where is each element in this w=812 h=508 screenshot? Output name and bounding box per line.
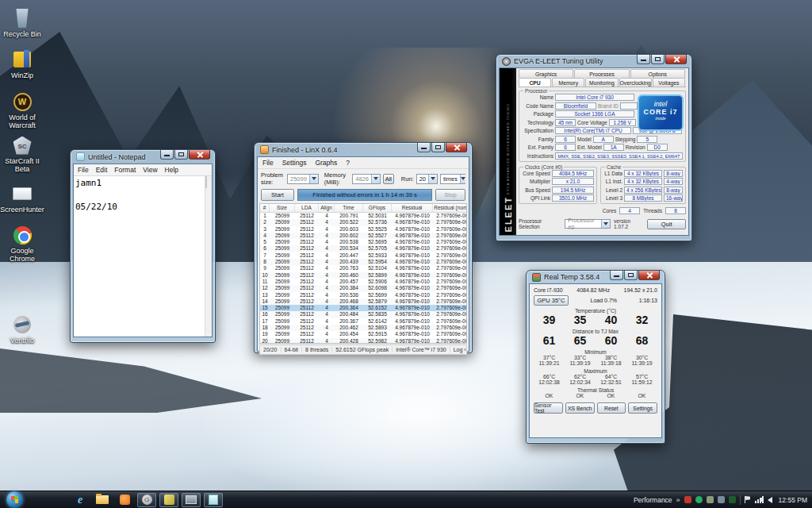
memory-select[interactable]: 4826	[352, 174, 381, 184]
tab-overclocking[interactable]: Overclocking	[619, 78, 652, 87]
col-header[interactable]: Residual	[392, 204, 433, 212]
tab-monitoring[interactable]: Monitoring	[585, 78, 618, 87]
linx-table-row[interactable]: 1725099251124200.36752.61424.967879e-010…	[260, 318, 466, 325]
taskbar-media-player[interactable]	[115, 493, 134, 507]
col-header[interactable]: GFlops	[363, 204, 392, 212]
linx-table-row[interactable]: 625099251124200.53452.57054.967879e-0102…	[260, 245, 466, 252]
taskbar-linx[interactable]: G	[137, 493, 156, 507]
linx-table-row[interactable]: 1125099251124200.45752.59064.967879e-010…	[260, 279, 466, 285]
chevron-down-icon[interactable]	[309, 175, 318, 183]
close-button[interactable]	[189, 150, 210, 160]
col-header[interactable]: LDA	[295, 204, 319, 212]
all-button[interactable]: All	[383, 174, 394, 184]
menu-file[interactable]: File	[262, 159, 274, 167]
menu-edit[interactable]: Edit	[96, 166, 108, 174]
menu-settings[interactable]: Settings	[282, 159, 307, 167]
action-center-flag-icon[interactable]	[745, 496, 751, 503]
maximize-button[interactable]	[624, 271, 638, 280]
gpu-temp-button[interactable]: GPU 35°C	[534, 295, 569, 306]
quit-button[interactable]: Quit	[647, 219, 686, 229]
col-header[interactable]: Time	[335, 204, 363, 212]
maximize-button[interactable]	[651, 55, 665, 64]
chevron-down-icon[interactable]	[460, 175, 465, 183]
linx-table-row[interactable]: 1425099251124200.46852.58794.967879e-010…	[260, 298, 466, 305]
col-header[interactable]: #	[260, 204, 270, 212]
col-header[interactable]: Residual (norm.)	[433, 204, 467, 212]
menu-help[interactable]: Help	[165, 166, 178, 174]
chevron-down-icon[interactable]	[371, 175, 380, 183]
tab-voltages[interactable]: Voltages	[653, 78, 685, 87]
eleet-titlebar[interactable]: EVGA E-LEET Tuning Utility	[499, 55, 689, 67]
problem-size-select[interactable]: 25099	[287, 174, 319, 184]
desktop-icon-winzip[interactable]: WinZip	[0, 49, 44, 79]
tab-cpu[interactable]: CPU	[519, 78, 551, 87]
run-count-select[interactable]: 20	[416, 174, 438, 184]
tray-app-icon-red[interactable]	[684, 496, 691, 503]
linx-table-row[interactable]: 1325099251124200.53652.56994.967879e-010…	[260, 292, 466, 298]
reset-button[interactable]: Reset	[597, 402, 626, 414]
realtemp-titlebar[interactable]: Real Temp 3.58.4	[529, 271, 662, 283]
taskbar-realtemp[interactable]	[159, 493, 178, 507]
tray-overflow-chevron[interactable]: »	[676, 496, 680, 504]
close-button[interactable]	[665, 55, 687, 64]
volume-icon[interactable]	[768, 497, 772, 503]
maximize-button[interactable]	[174, 150, 188, 160]
tray-app-icon-grey-green[interactable]	[707, 496, 714, 503]
linx-titlebar[interactable]: Finished - LinX 0.6.4	[257, 143, 469, 156]
tray-app-icon-dark-green[interactable]	[729, 496, 736, 503]
desktop-icon-google-chrome[interactable]: Google Chrome	[0, 225, 44, 263]
linx-table-row[interactable]: 425099251124200.60252.55274.967879e-0102…	[260, 233, 466, 239]
linx-table-row[interactable]: 1525099251124200.36452.61524.967879e-010…	[260, 305, 466, 311]
tab-graphics[interactable]: Graphics	[519, 69, 573, 78]
tab-memory[interactable]: Memory	[552, 78, 584, 87]
linx-table-row[interactable]: 1925099251124200.45452.59154.967879e-010…	[260, 331, 466, 337]
menu-help[interactable]: ?	[346, 159, 350, 167]
desktop-icon-world-of-warcraft[interactable]: W World of Warcraft	[0, 91, 44, 129]
menu-view[interactable]: View	[143, 166, 157, 174]
sensor-test-button[interactable]: Sensor Test	[534, 402, 563, 414]
desktop-icon-starcraft2-beta[interactable]: SC StarCraft II Beta	[0, 135, 44, 173]
minimize-button[interactable]	[417, 143, 431, 152]
run-units-select[interactable]: times	[440, 174, 465, 184]
notepad-scrollbar[interactable]	[205, 176, 212, 337]
linx-table-row[interactable]: 1825099251124200.46252.58934.967879e-010…	[260, 325, 466, 331]
performance-label[interactable]: Performance	[634, 496, 672, 504]
linx-table-row[interactable]: 725099251124200.44752.59334.967879e-0102…	[260, 252, 466, 259]
menu-format[interactable]: Format	[114, 166, 136, 174]
chevron-down-icon[interactable]	[428, 175, 437, 183]
minimize-button[interactable]	[160, 150, 174, 160]
close-button[interactable]	[446, 143, 467, 152]
taskbar-explorer[interactable]	[93, 493, 112, 507]
maximize-button[interactable]	[431, 143, 445, 152]
taskbar-internet-explorer[interactable]: e	[71, 493, 90, 507]
tab-processes[interactable]: Processes	[574, 69, 629, 78]
linx-results-table[interactable]: # Size LDA Align Time GFlops Residual Re…	[259, 203, 467, 344]
stop-button[interactable]: Stop	[435, 189, 465, 201]
tray-camera-icon[interactable]	[718, 496, 725, 503]
notepad-text-area[interactable]: jamn1 05/22/10	[74, 176, 212, 337]
linx-table-row[interactable]: 925099251124200.76352.51044.967879e-0102…	[260, 265, 466, 271]
chevron-down-icon[interactable]	[601, 220, 610, 228]
minimize-button[interactable]	[610, 271, 623, 280]
log-button[interactable]: Log ›	[450, 347, 469, 352]
linx-table-row[interactable]: 825099251124200.43952.59544.967879e-0102…	[260, 259, 466, 265]
linx-table-row[interactable]: 1225099251124200.38452.60984.967879e-010…	[260, 285, 466, 291]
linx-table-row[interactable]: 2025099251124200.42852.59824.967879e-010…	[260, 338, 466, 344]
taskbar-eleet[interactable]	[182, 493, 201, 507]
linx-table-row[interactable]: 1025099251124200.46052.58994.967879e-010…	[260, 272, 466, 279]
linx-table-row[interactable]: 1625099251124200.48452.58354.967879e-010…	[260, 311, 466, 318]
tray-app-icon-green[interactable]	[695, 496, 703, 503]
taskbar-clock[interactable]: 12:55 PM	[779, 496, 807, 504]
desktop-icon-recycle-bin[interactable]: Recycle Bin	[0, 8, 44, 38]
desktop-icon-screenhunter[interactable]: ScreenHunter	[0, 183, 44, 214]
col-header[interactable]: Size	[270, 204, 295, 212]
linx-table-row[interactable]: 525099251124200.53852.56954.967879e-0102…	[260, 239, 466, 245]
taskbar-notepad[interactable]	[204, 493, 223, 507]
menu-graphs[interactable]: Graphs	[315, 159, 337, 167]
notepad-titlebar[interactable]: Untitled - Notepad	[73, 150, 213, 164]
tab-options[interactable]: Options	[630, 69, 685, 78]
minimize-button[interactable]	[637, 55, 650, 64]
linx-table-row[interactable]: 225099251124200.52252.57364.967879e-0102…	[260, 219, 466, 225]
col-header[interactable]: Align	[319, 204, 335, 212]
start-button[interactable]: Start	[261, 189, 294, 201]
